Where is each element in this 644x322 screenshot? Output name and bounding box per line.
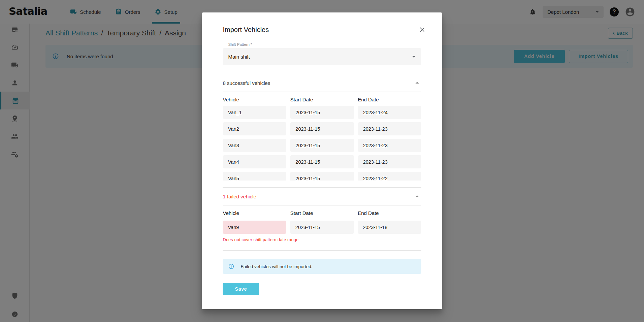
chevron-down-icon	[410, 53, 418, 61]
failed-vehicles-section: 1 failed vehicle Vehicle Start Date End …	[223, 187, 421, 242]
table-row: Van9 2023-11-15 2023-11-18	[223, 221, 421, 234]
table-row: Van2 2023-11-15 2023-11-23	[223, 122, 421, 135]
vehicle-field[interactable]: Van5	[223, 172, 286, 181]
successful-rows-scroll[interactable]: Van_1 2023-11-15 2023-11-24 Van2 2023-11…	[223, 106, 421, 181]
modal-info-text: Failed vehicles will not be imported.	[241, 264, 313, 269]
vehicle-field[interactable]: Van4	[223, 155, 286, 168]
table-row: Van_1 2023-11-15 2023-11-24	[223, 106, 421, 119]
vehicle-field[interactable]: Van3	[223, 139, 286, 152]
start-date-field[interactable]: 2023-11-15	[290, 221, 354, 234]
column-header-end-date: End Date	[358, 210, 421, 216]
divider	[223, 250, 421, 251]
modal-info-banner: Failed vehicles will not be imported.	[223, 259, 421, 274]
start-date-field[interactable]: 2023-11-15	[290, 172, 354, 181]
save-button[interactable]: Save	[223, 283, 259, 295]
start-date-field[interactable]: 2023-11-15	[290, 139, 354, 152]
shift-pattern-select[interactable]: Main shift	[223, 48, 421, 65]
table-row: Van3 2023-11-15 2023-11-23	[223, 139, 421, 152]
end-date-field[interactable]: 2023-11-18	[358, 221, 421, 234]
table-row: Van4 2023-11-15 2023-11-23	[223, 155, 421, 168]
start-date-field[interactable]: 2023-11-15	[290, 122, 354, 135]
end-date-field[interactable]: 2023-11-24	[358, 106, 421, 119]
end-date-field[interactable]: 2023-11-23	[358, 139, 421, 152]
import-vehicles-modal: Import Vehicles Shift Pattern * Main shi…	[202, 12, 442, 309]
divider	[223, 205, 421, 205]
end-date-field[interactable]: 2023-11-23	[358, 122, 421, 135]
table-header-row: Vehicle Start Date End Date	[223, 210, 421, 216]
successful-section-toggle[interactable]: 8 successful vehicles	[223, 74, 421, 92]
column-header-vehicle: Vehicle	[223, 210, 286, 216]
column-header-end-date: End Date	[358, 97, 421, 102]
row-error-message: Does not cover shift pattern date range	[223, 237, 421, 242]
successful-section-header: 8 successful vehicles	[223, 80, 270, 86]
shift-pattern-value: Main shift	[228, 54, 410, 60]
vehicle-field-error[interactable]: Van9	[223, 221, 286, 234]
end-date-field[interactable]: 2023-11-23	[358, 155, 421, 168]
end-date-field[interactable]: 2023-11-22	[358, 172, 421, 181]
chevron-up-icon	[413, 79, 421, 87]
table-header-row: Vehicle Start Date End Date	[223, 97, 421, 102]
divider	[223, 92, 421, 92]
failed-section-header: 1 failed vehicle	[223, 194, 256, 199]
column-header-vehicle: Vehicle	[223, 97, 286, 102]
column-header-start-date: Start Date	[290, 210, 354, 216]
table-row: Van5 2023-11-15 2023-11-22	[223, 172, 421, 181]
successful-vehicles-section: 8 successful vehicles Vehicle Start Date…	[223, 74, 421, 181]
info-icon	[228, 263, 234, 269]
start-date-field[interactable]: 2023-11-15	[290, 155, 354, 168]
vehicle-field[interactable]: Van2	[223, 122, 286, 135]
shift-pattern-label: Shift Pattern *	[228, 42, 421, 46]
modal-title: Import Vehicles	[223, 26, 269, 34]
modal-header: Import Vehicles	[223, 26, 421, 34]
failed-section-toggle[interactable]: 1 failed vehicle	[223, 188, 421, 205]
start-date-field[interactable]: 2023-11-15	[290, 106, 354, 119]
shift-pattern-field: Shift Pattern * Main shift	[223, 42, 421, 65]
close-icon	[419, 26, 426, 33]
vehicle-field[interactable]: Van_1	[223, 106, 286, 119]
chevron-up-icon	[413, 192, 421, 200]
column-header-start-date: Start Date	[290, 97, 354, 102]
close-button[interactable]	[419, 26, 426, 34]
